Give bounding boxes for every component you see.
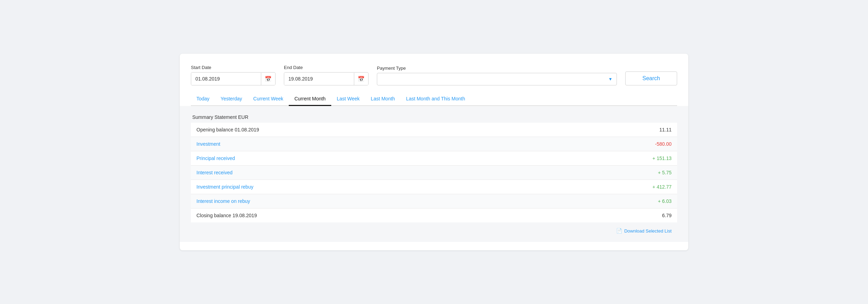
principal-received-label[interactable]: Principal received [191,151,536,166]
payment-type-label: Payment Type [377,66,617,71]
tab-last-month[interactable]: Last Month [365,92,401,106]
download-icon: 📄 [616,228,622,234]
interest-received-value: + 5.75 [536,166,677,180]
start-date-field: Start Date 📅 [191,65,276,85]
download-row: 📄 Download Selected List [191,222,677,234]
interest-income-rebuy-label[interactable]: Interest income on rebuy [191,194,536,208]
table-row: Investment principal rebuy + 412.77 [191,180,677,194]
interest-received-label[interactable]: Interest received [191,166,536,180]
end-date-field: End Date 📅 [284,65,369,85]
interest-income-rebuy-value: + 6.03 [536,194,677,208]
investment-principal-rebuy-value: + 412.77 [536,180,677,194]
table-row: Investment -580.00 [191,137,677,151]
end-date-input[interactable] [284,73,354,85]
opening-balance-value: 11.11 [536,123,677,137]
payment-type-select[interactable]: ▼ [377,73,617,85]
start-date-calendar-icon[interactable]: 📅 [261,73,275,85]
tab-yesterday[interactable]: Yesterday [215,92,248,106]
download-button-label: Download Selected List [624,228,672,234]
dropdown-arrow-icon: ▼ [608,77,612,82]
end-date-label: End Date [284,65,369,70]
tab-current-month[interactable]: Current Month [289,92,331,106]
start-date-label: Start Date [191,65,276,70]
filter-row: Start Date 📅 End Date 📅 Payment Type ▼ S… [191,65,677,85]
summary-title: Summary Statement EUR [191,114,677,120]
principal-received-value: + 151.13 [536,151,677,166]
investment-label[interactable]: Investment [191,137,536,151]
table-row: Closing balance 19.08.2019 6.79 [191,208,677,223]
download-selected-list-button[interactable]: 📄 Download Selected List [616,228,672,234]
start-date-input-wrapper: 📅 [191,72,276,85]
search-button[interactable]: Search [625,71,677,85]
investment-value: -580.00 [536,137,677,151]
investment-principal-rebuy-label[interactable]: Investment principal rebuy [191,180,536,194]
end-date-input-wrapper: 📅 [284,72,369,85]
end-date-calendar-icon[interactable]: 📅 [354,73,368,85]
payment-type-field: Payment Type ▼ [377,66,617,85]
start-date-input[interactable] [191,73,261,85]
opening-balance-label: Opening balance 01.08.2019 [191,123,536,137]
table-area: Summary Statement EUR Opening balance 01… [180,106,688,242]
tab-today[interactable]: Today [191,92,215,106]
tab-last-week[interactable]: Last Week [331,92,365,106]
main-card: Start Date 📅 End Date 📅 Payment Type ▼ S… [180,54,688,250]
table-row: Interest income on rebuy + 6.03 [191,194,677,208]
closing-balance-value: 6.79 [536,208,677,223]
closing-balance-label: Closing balance 19.08.2019 [191,208,536,223]
summary-table: Opening balance 01.08.2019 11.11 Investm… [191,123,677,222]
table-row: Principal received + 151.13 [191,151,677,166]
table-row: Interest received + 5.75 [191,166,677,180]
tab-last-month-this-month[interactable]: Last Month and This Month [401,92,471,106]
table-row: Opening balance 01.08.2019 11.11 [191,123,677,137]
tab-current-week[interactable]: Current Week [248,92,289,106]
tabs-row: Today Yesterday Current Week Current Mon… [191,92,677,106]
